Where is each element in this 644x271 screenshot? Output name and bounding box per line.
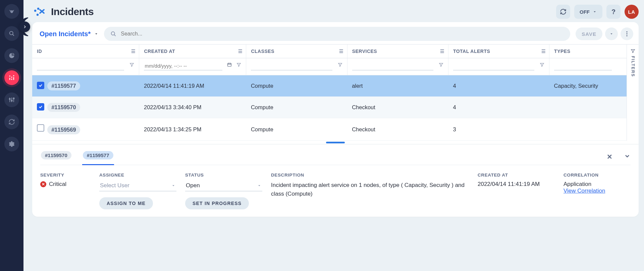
col-header-id[interactable]: ID☰ [32, 45, 139, 58]
avatar[interactable]: LA [625, 5, 639, 19]
col-header-types[interactable]: TYPES [549, 45, 627, 58]
status-select[interactable]: Open [185, 181, 262, 191]
col-header-services[interactable]: SERVICES☰ [347, 45, 448, 58]
panel-toolbar: Open Incidents* SAVE [32, 22, 639, 44]
description-text: Incident impacting alert service on 1 no… [271, 181, 469, 198]
incident-id-chip[interactable]: #1159570 [47, 103, 80, 112]
help-button[interactable]: ? [606, 5, 621, 19]
assignee-select[interactable]: Select User [99, 181, 176, 191]
table-row[interactable]: #11595692022/04/13 1:34:25 PMComputeChec… [32, 118, 627, 141]
filter-input-types[interactable] [554, 62, 612, 70]
incidents-panel: Open Incidents* SAVE [32, 22, 639, 217]
severity-value: Critical [49, 181, 66, 188]
col-header-totalalerts[interactable]: TOTAL ALERTS☰ [448, 45, 549, 58]
col-menu-icon[interactable]: ☰ [541, 49, 546, 54]
incident-id-chip[interactable]: #1159577 [47, 81, 80, 90]
sidebar-item-sync[interactable] [4, 115, 19, 129]
search-field[interactable] [104, 27, 570, 41]
assign-to-me-button[interactable]: ASSIGN TO ME [99, 197, 153, 209]
refresh-button[interactable] [556, 5, 570, 19]
saved-view-select[interactable]: Open Incidents* [40, 30, 99, 38]
filter-input-services[interactable] [352, 62, 433, 70]
detail-close-button[interactable]: ✕ [607, 153, 612, 161]
set-in-progress-button[interactable]: SET IN PROGRESS [185, 197, 249, 209]
funnel-icon[interactable] [540, 62, 544, 68]
save-button[interactable]: SAVE [576, 27, 602, 40]
filters-rail-toggle[interactable]: FILTERS [627, 45, 639, 141]
sidebar-item-settings[interactable] [4, 137, 19, 151]
sidebar-item-tuning[interactable] [4, 92, 19, 107]
detail-status: STATUS Open SET IN PROGRESS [185, 173, 262, 209]
svg-line-1 [13, 35, 14, 36]
col-menu-icon[interactable]: ☰ [238, 49, 243, 54]
svg-point-19 [626, 31, 627, 32]
svg-point-14 [34, 10, 36, 12]
sidebar-item-reports[interactable] [4, 48, 19, 63]
detail-tab[interactable]: #1159570 [40, 149, 72, 165]
createdat-value: 2022/04/14 11:41:19 AM [478, 181, 555, 188]
col-menu-icon[interactable]: ☰ [440, 49, 445, 54]
calendar-icon[interactable] [227, 62, 232, 68]
kebab-icon [624, 30, 630, 37]
caret-down-icon [609, 31, 614, 36]
svg-line-18 [114, 35, 116, 36]
detail-resize-handle[interactable] [32, 141, 639, 144]
view-correlation-link[interactable]: View Correlation [564, 188, 631, 194]
svg-point-17 [111, 32, 115, 35]
topbar: Incidents OFF ? LA [32, 5, 639, 19]
table-row[interactable]: #11595702022/04/13 3:34:40 PMComputeChec… [32, 97, 627, 118]
filter-input-createdat[interactable] [144, 62, 222, 70]
product-logo-icon [32, 5, 46, 19]
detail-collapse-button[interactable] [624, 153, 631, 161]
more-actions-button[interactable] [621, 27, 633, 40]
svg-point-4 [13, 75, 14, 76]
cell-totalalerts: 4 [448, 75, 549, 97]
row-checkbox[interactable] [37, 124, 44, 132]
detail-description: DESCRIPTION Incident impacting alert ser… [271, 173, 469, 198]
incident-id-chip[interactable]: #1159569 [47, 125, 80, 134]
svg-point-2 [9, 75, 10, 76]
col-header-createdat[interactable]: CREATED AT☰ [139, 45, 246, 58]
sidebar-item-search[interactable] [4, 26, 19, 41]
svg-point-0 [10, 31, 13, 35]
save-menu-button[interactable] [605, 27, 618, 40]
col-menu-icon[interactable]: ☰ [131, 49, 136, 54]
svg-rect-22 [228, 63, 231, 66]
svg-point-13 [13, 98, 14, 99]
row-checkbox[interactable] [37, 103, 44, 111]
svg-point-16 [37, 14, 39, 16]
filter-input-id[interactable] [37, 62, 124, 70]
detail-assignee: ASSIGNEE Select User ASSIGN TO ME [99, 173, 176, 209]
filters-rail-label: FILTERS [631, 56, 635, 77]
funnel-icon[interactable] [439, 62, 443, 68]
detail-tab[interactable]: #1159577 [82, 149, 114, 165]
table-row[interactable]: #11595772022/04/14 11:41:19 AMComputeale… [32, 75, 627, 97]
cell-createdat: 2022/04/13 1:34:25 PM [139, 118, 246, 141]
search-input[interactable] [121, 31, 564, 37]
col-header-classes[interactable]: CLASSES☰ [246, 45, 347, 58]
sidebar-expand-button[interactable] [19, 21, 30, 32]
cell-classes: Compute [246, 75, 347, 97]
funnel-icon[interactable] [338, 62, 342, 68]
caret-down-icon [592, 9, 597, 14]
funnel-icon[interactable] [129, 62, 134, 68]
svg-point-20 [626, 33, 627, 34]
cell-services: alert [347, 75, 448, 97]
cell-types [549, 97, 627, 118]
svg-point-12 [11, 100, 12, 101]
brand-bull-icon[interactable] [4, 4, 19, 19]
col-menu-icon[interactable]: ☰ [339, 49, 344, 54]
page-title: Incidents [51, 6, 94, 17]
filter-input-totalalerts[interactable] [453, 62, 534, 70]
svg-point-3 [11, 77, 12, 78]
autorefresh-toggle[interactable]: OFF [574, 5, 602, 19]
funnel-icon[interactable] [236, 62, 241, 68]
caret-down-icon [257, 183, 262, 188]
filter-input-classes[interactable] [251, 62, 332, 70]
row-checkbox[interactable] [37, 82, 44, 89]
incidents-table-wrap: ID☰ CREATED AT☰ CLASSES☰ SERVICES☰ TOTAL… [32, 44, 639, 141]
svg-rect-5 [9, 78, 10, 80]
svg-point-11 [9, 98, 10, 100]
sidebar-item-analytics[interactable] [4, 70, 19, 85]
detail-tab-id: #1159570 [41, 151, 71, 159]
